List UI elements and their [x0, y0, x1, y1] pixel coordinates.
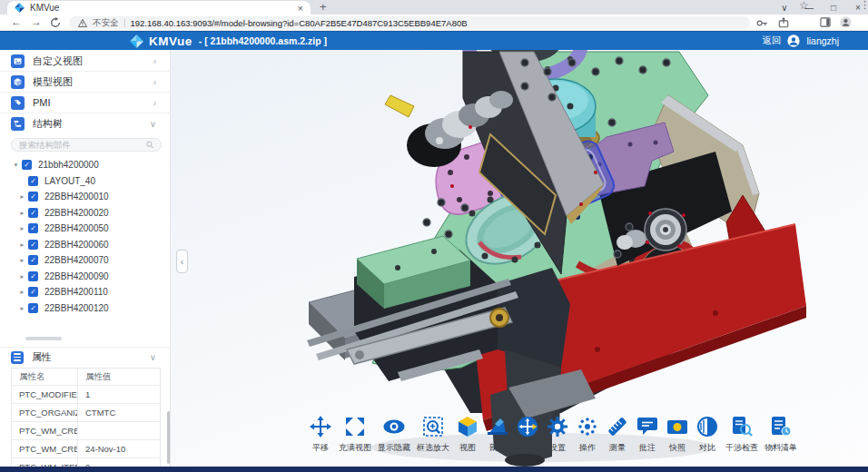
- tree-node[interactable]: ▸ ✓ 22BBH4200070: [0, 252, 169, 269]
- search-icon: [146, 141, 153, 149]
- tree-node[interactable]: ▸ ✓ 22BBH4200020: [0, 205, 169, 221]
- sidebar-vertical-scrollbar[interactable]: [167, 411, 170, 464]
- toolbar-button-fit-view[interactable]: 充满视图: [337, 415, 373, 454]
- checkbox-checked[interactable]: ✓: [22, 160, 32, 170]
- caret-right-icon[interactable]: ▸: [18, 209, 26, 217]
- kmvue-favicon-icon: [15, 3, 25, 13]
- bom-icon: [769, 415, 793, 438]
- password-key-icon[interactable]: [756, 18, 768, 28]
- username[interactable]: liangzhj: [806, 35, 839, 46]
- caret-right-icon[interactable]: ▸: [18, 224, 26, 232]
- pan-icon: [309, 415, 332, 438]
- toolbar-button-pan[interactable]: 平移: [307, 415, 334, 454]
- caret-right-icon[interactable]: ▸: [18, 241, 26, 249]
- toolbar-button-box-zoom[interactable]: 框选放大: [415, 415, 451, 454]
- operate-icon: [576, 415, 599, 438]
- structure-search-box[interactable]: [11, 138, 162, 152]
- browser-profile-avatar[interactable]: [840, 16, 852, 28]
- toolbar-button-view[interactable]: 视图: [454, 415, 481, 454]
- open-file-title: - [ 21bbh4200000.asm.2.zip ]: [199, 35, 327, 46]
- url-text: 192.168.40.163:9093/#/model-browsing?id=…: [131, 18, 468, 28]
- toolbar-button-annotate[interactable]: 批注: [634, 415, 661, 454]
- checkbox-checked[interactable]: ✓: [28, 176, 38, 186]
- back-icon[interactable]: ←: [11, 15, 22, 28]
- chevron-right-icon: ›: [153, 77, 156, 87]
- model-viewport[interactable]: ‹: [171, 50, 868, 467]
- checkbox-checked[interactable]: ✓: [28, 303, 38, 313]
- window-chevron-icon[interactable]: ∨: [780, 3, 789, 13]
- caret-right-icon[interactable]: ▸: [18, 288, 26, 296]
- search-input[interactable]: [19, 140, 146, 150]
- share-icon[interactable]: [778, 17, 789, 28]
- tree-node-root[interactable]: ▾ ✓ 21bbh4200000: [0, 157, 169, 173]
- reload-icon[interactable]: [50, 17, 61, 28]
- browser-url-bar: ← → 不安全 192.168.40.163:9093/#/model-brow…: [0, 15, 868, 31]
- side-panel-icon[interactable]: [820, 17, 831, 27]
- sidebar: 自定义视图 › 模型视图 › PMI › 结构树 ∨ ▾ ✓ 21bbh4200: [0, 50, 171, 467]
- checkbox-checked[interactable]: ✓: [28, 271, 38, 281]
- settings-icon: [546, 415, 569, 438]
- toolbar-button-settings[interactable]: 设置: [544, 415, 571, 454]
- caret-down-icon[interactable]: ▾: [12, 161, 20, 169]
- properties-panel-header[interactable]: 属性 ∨: [0, 347, 171, 367]
- chevron-right-icon: ›: [153, 98, 156, 108]
- toolbar-button-bom[interactable]: 物料清单: [763, 415, 799, 454]
- checkbox-checked[interactable]: ✓: [28, 192, 38, 202]
- window-controls: ∨ — □ ×: [780, 0, 863, 15]
- forward-icon[interactable]: →: [31, 15, 42, 28]
- annotate-icon: [636, 415, 659, 438]
- caret-right-icon[interactable]: ▸: [18, 272, 26, 280]
- address-bar[interactable]: 不安全 192.168.40.163:9093/#/model-browsing…: [69, 16, 750, 29]
- checkbox-checked[interactable]: ✓: [28, 223, 38, 233]
- caret-right-icon[interactable]: ▸: [18, 256, 26, 264]
- toolbar-button-compare[interactable]: 对比: [694, 415, 721, 454]
- tree-node[interactable]: ▸ ✓ 22BBH4200110: [0, 284, 169, 300]
- caret-right-icon[interactable]: ▸: [18, 192, 26, 201]
- checkbox-checked[interactable]: ✓: [28, 208, 38, 218]
- toolbar-button-section[interactable]: 剖切: [484, 415, 511, 454]
- new-tab-button[interactable]: +: [320, 1, 327, 14]
- tree-node[interactable]: ▸ ✓ 22BBH4200090: [0, 269, 169, 285]
- user-avatar-icon[interactable]: [787, 34, 800, 47]
- table-row: PTC_WM_CREATED_... 24-Nov-10: [12, 440, 160, 458]
- chevron-down-icon: ∨: [150, 352, 156, 362]
- back-link[interactable]: 返回: [762, 34, 781, 47]
- sidebar-item-pmi[interactable]: PMI ›: [0, 93, 171, 113]
- toolbar-button-drag[interactable]: 拖动: [514, 415, 541, 454]
- sidebar-item-model-views[interactable]: 模型视图 ›: [0, 72, 171, 93]
- measure-icon: [606, 415, 629, 438]
- section-icon: [486, 415, 509, 438]
- sidebar-item-custom-views[interactable]: 自定义视图 ›: [0, 51, 171, 72]
- checkbox-checked[interactable]: ✓: [28, 287, 38, 297]
- table-row: PTC_MODIFIED 1: [12, 386, 160, 404]
- bookmark-star-icon[interactable]: ☆: [799, 0, 809, 12]
- properties-table: 属性名 属性值 PTC_MODIFIED 1 PTC_ORGANIZATIO..…: [11, 368, 161, 472]
- toolbar-button-interference-check[interactable]: 干涉检查: [724, 415, 760, 454]
- tree-node[interactable]: ▸ ✓ 22BBH4200060: [0, 237, 169, 253]
- sidebar-item-structure-tree[interactable]: 结构树 ∨: [0, 113, 171, 134]
- toolbar-button-operate[interactable]: 操作: [574, 415, 601, 454]
- view-cube-icon: [456, 415, 479, 438]
- model-3d-render: [171, 50, 868, 467]
- tree-node[interactable]: ▸ ✓ 22BBH4200120: [0, 300, 169, 317]
- browser-tab-strip: KMVue × + ∨ — □ ×: [0, 0, 868, 15]
- checkbox-checked[interactable]: ✓: [28, 255, 38, 265]
- tab-title: KMVue: [30, 3, 298, 13]
- toolbar-button-show-hide[interactable]: 显示隐藏: [376, 415, 412, 454]
- toolbar-button-snapshot[interactable]: 快照: [664, 415, 691, 454]
- window-maximize-icon[interactable]: □: [829, 3, 838, 13]
- interference-check-icon: [730, 415, 754, 438]
- chevron-right-icon: ›: [153, 56, 156, 66]
- tab-close-icon[interactable]: ×: [298, 3, 303, 14]
- sidebar-collapse-button[interactable]: ‹: [176, 250, 188, 273]
- model-views-icon: [11, 75, 25, 89]
- browser-tab[interactable]: KMVue ×: [7, 1, 311, 15]
- browser-menu-dots-icon[interactable]: ⋮: [860, 0, 868, 11]
- tree-node[interactable]: ▸ ✓ 22BBH4200010: [0, 189, 169, 205]
- checkbox-checked[interactable]: ✓: [28, 240, 38, 250]
- tree-node[interactable]: ▸ ✓ 22BBH4200050: [0, 221, 169, 237]
- toolbar-button-measure[interactable]: 测量: [604, 415, 631, 454]
- tree-horizontal-scrollbar[interactable]: [25, 337, 62, 340]
- tree-node[interactable]: ✓ LAYOUT_40: [0, 173, 169, 190]
- caret-right-icon[interactable]: ▸: [18, 304, 26, 312]
